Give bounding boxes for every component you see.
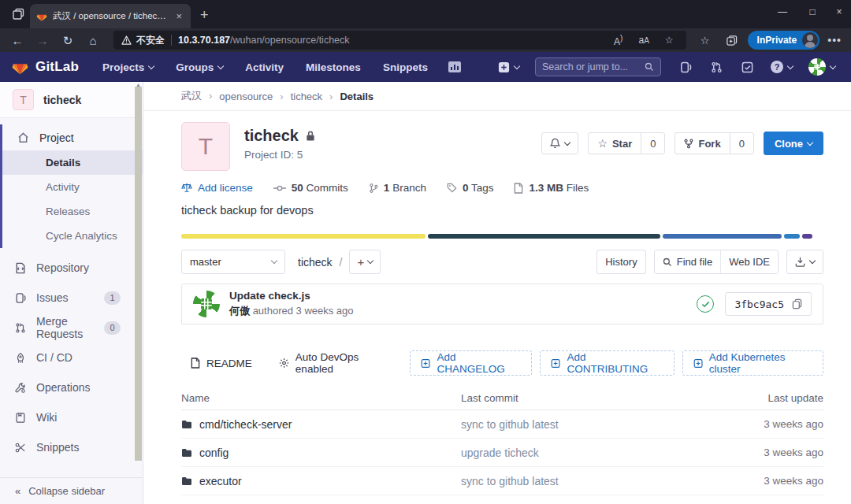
sidebar-item-details[interactable]: Details	[2, 150, 143, 175]
translate-icon[interactable]: aA	[634, 35, 653, 46]
nav-groups[interactable]: Groups	[166, 52, 232, 82]
sidebar-scrollbar[interactable]	[135, 87, 142, 461]
file-commit-link[interactable]: sync to github latest	[461, 418, 697, 431]
new-tab-button[interactable]: +	[200, 7, 209, 24]
back-icon[interactable]: ←	[6, 35, 28, 46]
sidebar-item-repository[interactable]: Repository	[0, 253, 143, 283]
window-minimize-button[interactable]: —	[767, 6, 797, 17]
nav-milestones[interactable]: Milestones	[296, 52, 370, 82]
find-file-button[interactable]: Find file	[655, 250, 721, 273]
pipeline-status-icon[interactable]	[697, 295, 714, 313]
copy-icon[interactable]	[792, 298, 802, 309]
browser-tab[interactable]: 武汉 / opensource / ticheck - Gi ×	[30, 4, 191, 28]
tags-stat[interactable]: 0 Tags	[447, 182, 494, 194]
file-commit-link[interactable]: upgrade ticheck	[461, 447, 697, 459]
repository-icon	[15, 262, 26, 274]
project-description: ticheck backup for devops	[181, 204, 823, 217]
sidebar-item-activity[interactable]: Activity	[2, 175, 143, 199]
star-button[interactable]: ☆Star	[589, 133, 641, 154]
breadcrumb-subgroup[interactable]: opensource	[219, 91, 290, 102]
readme-button[interactable]: README	[181, 350, 262, 376]
fork-button[interactable]: Fork	[675, 133, 729, 154]
browser-menu-icon[interactable]: •••	[824, 34, 845, 46]
project-id: Project ID: 5	[244, 149, 316, 161]
window-close-button[interactable]: ×	[827, 6, 851, 17]
notifications-button[interactable]	[541, 132, 578, 154]
branch-selector[interactable]: master	[181, 250, 285, 274]
add-changelog-button[interactable]: Add CHANGELOG	[410, 350, 532, 376]
clone-button[interactable]: Clone	[764, 132, 823, 155]
fork-icon	[684, 139, 693, 149]
home-icon[interactable]: ⌂	[82, 35, 104, 46]
file-commit-link[interactable]: sync to github latest	[461, 475, 697, 487]
sidebar-project-header[interactable]: T ticheck	[0, 82, 143, 118]
commit-author[interactable]: 何傲	[229, 305, 250, 317]
plus-square-icon	[693, 358, 703, 369]
commit-message-link[interactable]: Update check.js	[229, 290, 354, 302]
nav-snippets[interactable]: Snippets	[373, 52, 437, 82]
add-contributing-button[interactable]: Add CONTRIBUTING	[540, 350, 674, 376]
folder-icon	[181, 448, 192, 458]
last-commit-panel: Update check.js 何傲 authored 3 weeks ago …	[181, 284, 823, 324]
sidebar-item-wiki[interactable]: Wiki	[0, 402, 143, 432]
issues-icon[interactable]	[672, 61, 700, 73]
collapse-sidebar-button[interactable]: « Collapse sidebar	[0, 477, 143, 504]
book-icon	[15, 412, 26, 424]
language-bar[interactable]	[181, 234, 823, 239]
auto-devops-button[interactable]: Auto DevOps enabled	[269, 350, 403, 376]
sidebar-item-merge-requests[interactable]: Merge Requests 0	[0, 313, 143, 343]
repo-root-link[interactable]: ticheck	[298, 256, 333, 269]
nav-projects[interactable]: Projects	[93, 52, 163, 82]
sidebar-item-project[interactable]: Project	[2, 124, 143, 150]
tab-close-icon[interactable]: ×	[173, 10, 184, 22]
sidebar-item-releases[interactable]: Releases	[2, 199, 143, 224]
plus-square-icon	[498, 61, 510, 73]
sidebar-item-cycle-analytics[interactable]: Cycle Analytics	[2, 224, 143, 248]
breadcrumb-group[interactable]: 武汉	[181, 89, 219, 103]
file-updated: 3 weeks ago	[697, 475, 823, 487]
commit-sha-box: 3fbc9ac5	[725, 292, 812, 316]
window-maximize-button[interactable]: □	[797, 6, 827, 17]
add-kubernetes-button[interactable]: Add Kubernetes cluster	[682, 350, 823, 376]
add-favorite-icon[interactable]: ☆	[660, 35, 678, 46]
gitlab-logo[interactable]: GitLab	[11, 58, 79, 76]
fork-count[interactable]: 0	[730, 133, 753, 154]
sidebar-item-issues[interactable]: Issues 1	[0, 283, 143, 313]
inprivate-badge[interactable]: InPrivate	[748, 31, 820, 50]
sidebar-item-snippets[interactable]: Snippets	[0, 432, 143, 462]
nav-activity[interactable]: Activity	[236, 52, 293, 82]
merge-requests-icon[interactable]	[703, 61, 730, 73]
todos-icon[interactable]	[734, 61, 761, 73]
search-input[interactable]	[542, 61, 640, 72]
forward-icon[interactable]: →	[32, 35, 54, 46]
tab-actions-menu-icon[interactable]	[6, 2, 30, 26]
address-bar[interactable]: 不安全 10.3.70.187/wuhan/opensource/ticheck…	[113, 31, 686, 50]
global-search[interactable]	[535, 57, 661, 76]
history-button[interactable]: History	[596, 250, 645, 274]
star-count[interactable]: 0	[641, 133, 664, 154]
branches-stat[interactable]: 1 Branch	[369, 182, 426, 194]
new-menu[interactable]	[493, 52, 524, 82]
branch-icon	[369, 183, 378, 194]
read-aloud-icon[interactable]: A)	[609, 34, 627, 47]
favorites-icon[interactable]: ☆	[694, 35, 716, 46]
download-icon	[795, 257, 805, 267]
add-file-button[interactable]: +	[349, 250, 381, 274]
security-warning[interactable]: 不安全	[121, 34, 165, 47]
file-name-link[interactable]: cmd/ticheck-server	[199, 418, 292, 431]
help-menu[interactable]: ?	[764, 52, 799, 82]
file-name-link[interactable]: executor	[199, 475, 242, 487]
collections-icon[interactable]	[721, 35, 743, 46]
user-menu[interactable]	[802, 52, 838, 82]
web-ide-button[interactable]: Web IDE	[720, 250, 778, 273]
files-stat[interactable]: 1.3 MB Files	[514, 182, 589, 194]
commits-stat[interactable]: 50 Commits	[273, 182, 348, 194]
download-button[interactable]	[786, 250, 823, 274]
sidebar-item-operations[interactable]: Operations	[0, 372, 143, 402]
analytics-icon[interactable]	[440, 61, 469, 72]
sidebar-item-ci-cd[interactable]: CI / CD	[0, 343, 143, 372]
breadcrumb-project[interactable]: ticheck	[291, 91, 340, 102]
file-name-link[interactable]: config	[199, 447, 229, 459]
refresh-icon[interactable]: ↻	[57, 35, 79, 46]
add-license-link[interactable]: Add license	[181, 182, 253, 194]
